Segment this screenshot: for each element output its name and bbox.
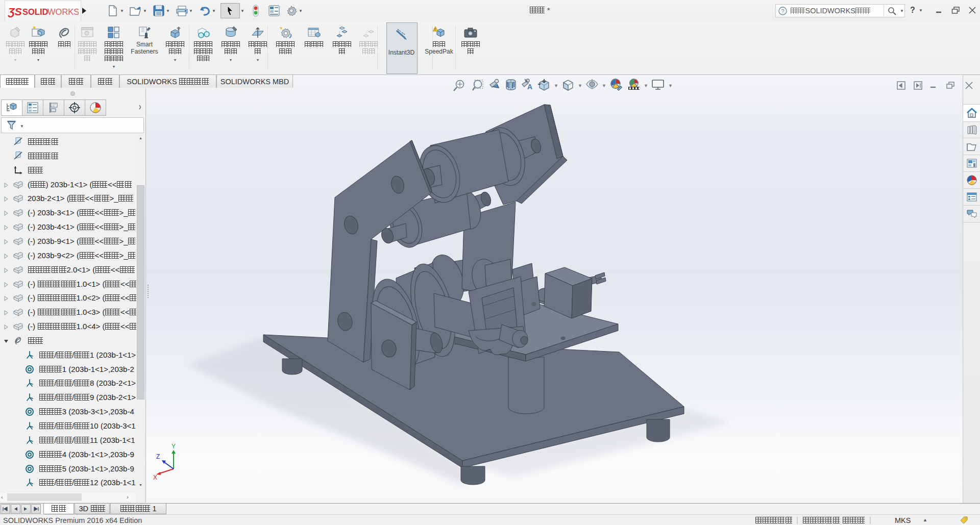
svg-text:?: ?	[781, 8, 785, 14]
svg-text:!: !	[434, 27, 436, 32]
svg-text:Y: Y	[172, 443, 176, 450]
svg-text:A: A	[527, 83, 532, 91]
svg-text:ƷS: ƷS	[8, 6, 22, 17]
svg-text:▼: ▼	[554, 83, 558, 88]
svg-text:▼: ▼	[578, 83, 582, 88]
svg-text:▼: ▼	[668, 83, 673, 88]
svg-text:▼: ▼	[644, 83, 648, 88]
svg-text:X: X	[153, 474, 157, 481]
svg-text:SOLID: SOLID	[22, 7, 48, 16]
svg-text:WORKS: WORKS	[47, 7, 79, 16]
svg-text:Z: Z	[156, 453, 160, 460]
svg-text:▼: ▼	[602, 83, 606, 88]
